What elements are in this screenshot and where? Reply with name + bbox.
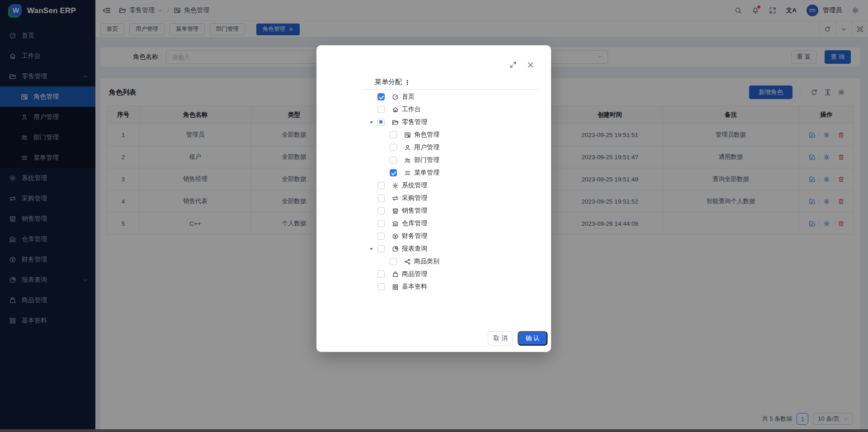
home-icon: [392, 106, 399, 113]
tree-item-首页[interactable]: 首页: [316, 90, 551, 103]
tree-item-销售管理[interactable]: 销售管理: [316, 204, 551, 217]
bank-icon: [392, 220, 399, 227]
team-icon: [404, 157, 411, 164]
menu-assign-dialog: 菜单分配 ⋮ 首页工作台零售管理角色管理用户管理部门管理菜单管理系统管理采购管理…: [316, 45, 551, 352]
folder-icon: [392, 119, 399, 126]
share-icon: [404, 258, 411, 265]
dialog-maximize-icon[interactable]: [509, 61, 517, 69]
pie-icon: [392, 246, 399, 252]
cancel-button[interactable]: 取 消: [488, 331, 513, 346]
tree-checkbox[interactable]: [390, 169, 397, 176]
menu-tree: 首页工作台零售管理角色管理用户管理部门管理菜单管理系统管理采购管理销售管理仓库管…: [316, 90, 551, 293]
tree-item-label: 财务管理: [402, 232, 427, 240]
shop-icon: [392, 208, 399, 214]
tree-item-商品类别[interactable]: 商品类别: [316, 255, 551, 268]
bag-icon: [392, 271, 399, 278]
sync-icon: [392, 195, 399, 202]
dialog-title: 菜单分配 ⋮: [375, 78, 410, 86]
grid-icon: [392, 284, 399, 290]
tree-item-label: 用户管理: [414, 143, 439, 152]
tree-item-label: 基本资料: [402, 283, 427, 291]
tree-checkbox[interactable]: [377, 182, 385, 189]
tree-caret-icon[interactable]: [368, 119, 377, 125]
tree-item-菜单管理[interactable]: 菜单管理: [316, 166, 551, 179]
menu-icon: [404, 170, 411, 176]
tree-item-基本资料[interactable]: 基本资料: [316, 280, 551, 293]
tree-item-label: 零售管理: [402, 118, 427, 126]
dialog-controls: [509, 61, 534, 69]
tree-item-仓库管理[interactable]: 仓库管理: [316, 217, 551, 230]
tree-checkbox[interactable]: [390, 157, 397, 164]
tree-item-角色管理[interactable]: 角色管理: [316, 128, 551, 141]
tree-checkbox[interactable]: [377, 93, 385, 100]
confirm-button[interactable]: 确 认: [518, 331, 547, 346]
tree-checkbox[interactable]: [377, 207, 385, 214]
tree-item-label: 工作台: [402, 105, 421, 114]
tree-checkbox[interactable]: [377, 245, 385, 252]
dialog-divider: [363, 89, 541, 90]
tree-checkbox[interactable]: [390, 131, 397, 138]
dashboard-icon: [392, 94, 399, 100]
tree-item-label: 报表查询: [402, 245, 427, 253]
tree-item-label: 采购管理: [402, 194, 427, 202]
tree-checkbox[interactable]: [377, 271, 385, 278]
finance-icon: [392, 233, 399, 240]
tree-item-label: 菜单管理: [414, 169, 439, 177]
tree-item-label: 角色管理: [414, 131, 439, 139]
tree-item-label: 商品类别: [414, 257, 439, 266]
tree-checkbox[interactable]: [377, 195, 385, 202]
tree-item-系统管理[interactable]: 系统管理: [316, 179, 551, 192]
tree-item-采购管理[interactable]: 采购管理: [316, 192, 551, 204]
tree-checkbox[interactable]: [377, 283, 385, 290]
tree-item-label: 销售管理: [402, 207, 427, 215]
tree-item-商品管理[interactable]: 商品管理: [316, 268, 551, 280]
tree-item-label: 仓库管理: [402, 219, 427, 228]
tree-item-label: 系统管理: [402, 181, 427, 190]
idcard-icon: [404, 132, 411, 138]
tree-item-零售管理[interactable]: 零售管理: [316, 116, 551, 128]
tree-item-报表查询[interactable]: 报表查询: [316, 242, 551, 255]
tree-item-label: 商品管理: [402, 270, 427, 278]
user-icon: [404, 144, 411, 151]
tree-caret-icon[interactable]: [368, 246, 377, 252]
tree-checkbox[interactable]: [377, 106, 385, 113]
tree-checkbox[interactable]: [377, 220, 385, 227]
tree-checkbox[interactable]: [377, 119, 385, 126]
tree-checkbox[interactable]: [390, 144, 397, 151]
tree-item-工作台[interactable]: 工作台: [316, 103, 551, 116]
tree-item-label: 首页: [402, 93, 415, 101]
tree-checkbox[interactable]: [390, 258, 397, 265]
more-dots-icon[interactable]: ⋮: [404, 79, 410, 86]
tree-item-部门管理[interactable]: 部门管理: [316, 154, 551, 166]
gear-icon: [392, 182, 399, 189]
dialog-close-icon[interactable]: [527, 61, 534, 69]
tree-item-label: 部门管理: [414, 156, 439, 164]
tree-checkbox[interactable]: [377, 233, 385, 240]
tree-item-财务管理[interactable]: 财务管理: [316, 230, 551, 242]
tree-item-用户管理[interactable]: 用户管理: [316, 141, 551, 154]
